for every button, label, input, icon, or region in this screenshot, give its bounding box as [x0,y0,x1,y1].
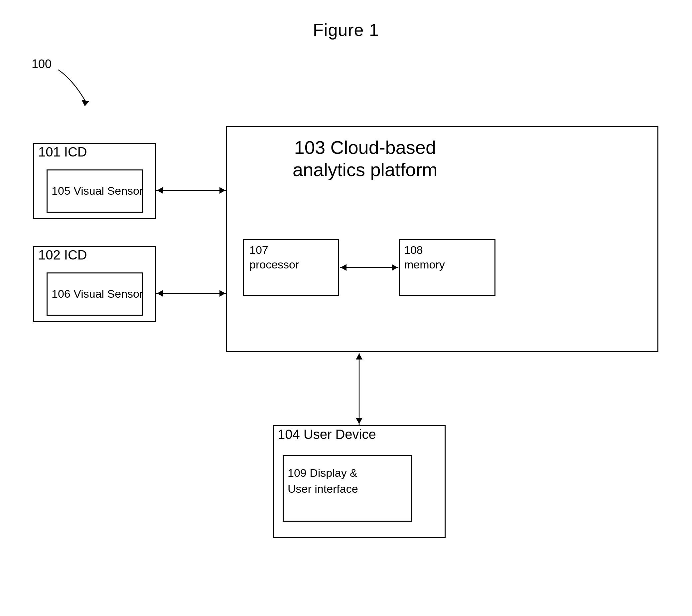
display-label: 109 Display & User interface [288,465,358,497]
sensor1-label: 105 Visual Sensor [51,184,143,197]
svg-marker-4 [219,187,226,194]
svg-marker-12 [356,353,362,359]
figure-title: Figure 1 [0,0,692,40]
sensor2-label: 106 Visual Sensor [51,287,143,300]
svg-marker-6 [157,290,163,297]
cloud-label: 103 Cloud-based analytics platform [293,136,438,181]
svg-marker-7 [219,290,226,297]
icd2-label: 102 ICD [38,247,87,263]
svg-marker-1 [82,100,89,106]
icd1-label: 101 ICD [38,145,87,159]
svg-text:100: 100 [32,57,51,71]
svg-marker-13 [356,418,362,424]
processor-label: 107 processor [249,243,299,272]
userdevice-label: 104 User Device [278,427,376,442]
svg-marker-3 [157,187,163,194]
memory-label: 108 memory [404,243,445,272]
